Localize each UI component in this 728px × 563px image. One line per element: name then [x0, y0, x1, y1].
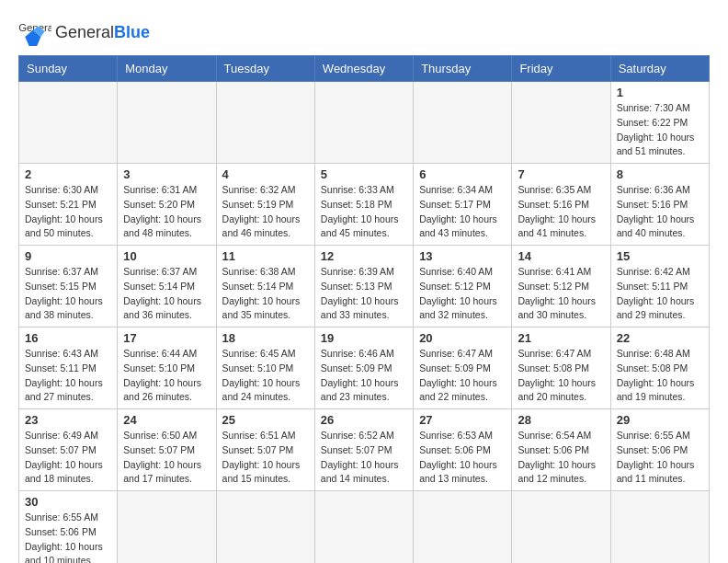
day-number: 8: [617, 167, 703, 181]
day-number: 9: [25, 249, 111, 263]
day-info: Sunrise: 6:41 AMSunset: 5:12 PMDaylight:…: [518, 265, 604, 323]
calendar-day: [414, 491, 512, 564]
day-info: Sunrise: 6:30 AMSunset: 5:21 PMDaylight:…: [25, 183, 111, 241]
day-info: Sunrise: 6:48 AMSunset: 5:08 PMDaylight:…: [617, 347, 703, 405]
calendar-day: [414, 82, 512, 164]
day-number: 1: [617, 86, 703, 99]
calendar-week-5: 23 Sunrise: 6:49 AMSunset: 5:07 PMDaylig…: [19, 409, 710, 491]
day-info: Sunrise: 6:51 AMSunset: 5:07 PMDaylight:…: [222, 429, 309, 487]
calendar-day: 8 Sunrise: 6:36 AMSunset: 5:16 PMDayligh…: [610, 164, 709, 246]
day-info: Sunrise: 6:34 AMSunset: 5:17 PMDaylight:…: [419, 183, 506, 241]
day-number: 18: [222, 331, 309, 345]
day-number: 13: [419, 249, 506, 263]
day-number: 25: [222, 413, 309, 427]
day-info: Sunrise: 6:36 AMSunset: 5:16 PMDaylight:…: [617, 183, 703, 241]
day-number: 16: [25, 331, 111, 345]
calendar-day: 14 Sunrise: 6:41 AMSunset: 5:12 PMDaylig…: [512, 246, 610, 327]
calendar-day: 16 Sunrise: 6:43 AMSunset: 5:11 PMDaylig…: [19, 327, 118, 409]
calendar-day: 27 Sunrise: 6:53 AMSunset: 5:06 PMDaylig…: [414, 409, 512, 491]
calendar-day: 7 Sunrise: 6:35 AMSunset: 5:16 PMDayligh…: [512, 164, 610, 246]
calendar-day: 30 Sunrise: 6:55 AMSunset: 5:06 PMDaylig…: [19, 491, 118, 564]
calendar-day: 25 Sunrise: 6:51 AMSunset: 5:07 PMDaylig…: [216, 409, 314, 491]
day-number: 3: [123, 167, 210, 181]
calendar-header-row: SundayMondayTuesdayWednesdayThursdayFrid…: [19, 56, 710, 82]
day-number: 22: [617, 331, 703, 345]
day-number: 23: [25, 413, 111, 427]
calendar-day: [314, 82, 413, 164]
calendar-day: [512, 82, 610, 164]
calendar-day: 28 Sunrise: 6:54 AMSunset: 5:06 PMDaylig…: [512, 409, 610, 491]
day-info: Sunrise: 7:30 AMSunset: 6:22 PMDaylight:…: [617, 101, 703, 159]
day-info: Sunrise: 6:49 AMSunset: 5:07 PMDaylight:…: [25, 429, 111, 487]
day-number: 12: [321, 249, 407, 263]
day-info: Sunrise: 6:44 AMSunset: 5:10 PMDaylight:…: [123, 347, 210, 405]
day-number: 21: [518, 331, 604, 345]
day-info: Sunrise: 6:37 AMSunset: 5:14 PMDaylight:…: [123, 265, 210, 323]
day-info: Sunrise: 6:50 AMSunset: 5:07 PMDaylight:…: [123, 429, 210, 487]
calendar-day: 2 Sunrise: 6:30 AMSunset: 5:21 PMDayligh…: [19, 164, 118, 246]
calendar-week-6: 30 Sunrise: 6:55 AMSunset: 5:06 PMDaylig…: [19, 491, 710, 564]
day-info: Sunrise: 6:39 AMSunset: 5:13 PMDaylight:…: [321, 265, 407, 323]
calendar-day: 11 Sunrise: 6:38 AMSunset: 5:14 PMDaylig…: [216, 246, 314, 327]
day-info: Sunrise: 6:47 AMSunset: 5:09 PMDaylight:…: [419, 347, 506, 405]
calendar-day: 19 Sunrise: 6:46 AMSunset: 5:09 PMDaylig…: [314, 327, 413, 409]
calendar-day: 5 Sunrise: 6:33 AMSunset: 5:18 PMDayligh…: [314, 164, 413, 246]
calendar-day: [610, 491, 709, 564]
calendar-week-1: 1 Sunrise: 7:30 AMSunset: 6:22 PMDayligh…: [19, 82, 710, 164]
generalblue-logo-icon: General: [18, 18, 51, 46]
calendar-day: 20 Sunrise: 6:47 AMSunset: 5:09 PMDaylig…: [414, 327, 512, 409]
calendar-day: 10 Sunrise: 6:37 AMSunset: 5:14 PMDaylig…: [118, 246, 216, 327]
col-header-tuesday: Tuesday: [216, 56, 314, 82]
day-info: Sunrise: 6:55 AMSunset: 5:06 PMDaylight:…: [25, 511, 111, 563]
col-header-sunday: Sunday: [19, 56, 118, 82]
calendar-day: [19, 82, 118, 164]
calendar-day: 29 Sunrise: 6:55 AMSunset: 5:06 PMDaylig…: [610, 409, 709, 491]
col-header-wednesday: Wednesday: [314, 56, 413, 82]
day-number: 19: [321, 331, 407, 345]
day-info: Sunrise: 6:52 AMSunset: 5:07 PMDaylight:…: [321, 429, 407, 487]
calendar-day: [216, 491, 314, 564]
calendar-table: SundayMondayTuesdayWednesdayThursdayFrid…: [18, 55, 710, 563]
col-header-saturday: Saturday: [610, 56, 709, 82]
calendar-day: [118, 82, 216, 164]
calendar-day: 24 Sunrise: 6:50 AMSunset: 5:07 PMDaylig…: [118, 409, 216, 491]
calendar-day: [314, 491, 413, 564]
calendar-day: 15 Sunrise: 6:42 AMSunset: 5:11 PMDaylig…: [610, 246, 709, 327]
calendar-day: 12 Sunrise: 6:39 AMSunset: 5:13 PMDaylig…: [314, 246, 413, 327]
day-number: 6: [419, 167, 506, 181]
calendar-day: [512, 491, 610, 564]
day-number: 11: [222, 249, 309, 263]
day-number: 24: [123, 413, 210, 427]
day-number: 26: [321, 413, 407, 427]
day-info: Sunrise: 6:43 AMSunset: 5:11 PMDaylight:…: [25, 347, 111, 405]
day-info: Sunrise: 6:37 AMSunset: 5:15 PMDaylight:…: [25, 265, 111, 323]
calendar-day: 18 Sunrise: 6:45 AMSunset: 5:10 PMDaylig…: [216, 327, 314, 409]
logo-blue-text: Blue: [114, 23, 150, 41]
calendar-day: 6 Sunrise: 6:34 AMSunset: 5:17 PMDayligh…: [414, 164, 512, 246]
day-number: 17: [123, 331, 210, 345]
calendar-day: 26 Sunrise: 6:52 AMSunset: 5:07 PMDaylig…: [314, 409, 413, 491]
day-info: Sunrise: 6:32 AMSunset: 5:19 PMDaylight:…: [222, 183, 309, 241]
calendar-day: [216, 82, 314, 164]
calendar-day: 21 Sunrise: 6:47 AMSunset: 5:08 PMDaylig…: [512, 327, 610, 409]
calendar-day: 22 Sunrise: 6:48 AMSunset: 5:08 PMDaylig…: [610, 327, 709, 409]
day-number: 7: [518, 167, 604, 181]
calendar-day: [118, 491, 216, 564]
day-number: 29: [617, 413, 703, 427]
day-info: Sunrise: 6:55 AMSunset: 5:06 PMDaylight:…: [617, 429, 703, 487]
day-number: 15: [617, 249, 703, 263]
logo-general-text: General: [55, 23, 114, 41]
day-number: 30: [25, 495, 111, 509]
col-header-monday: Monday: [118, 56, 216, 82]
day-info: Sunrise: 6:33 AMSunset: 5:18 PMDaylight:…: [321, 183, 407, 241]
day-number: 4: [222, 167, 309, 181]
day-number: 2: [25, 167, 111, 181]
day-info: Sunrise: 6:53 AMSunset: 5:06 PMDaylight:…: [419, 429, 506, 487]
day-info: Sunrise: 6:42 AMSunset: 5:11 PMDaylight:…: [617, 265, 703, 323]
page-header: General GeneralBlue: [18, 18, 710, 46]
calendar-week-3: 9 Sunrise: 6:37 AMSunset: 5:15 PMDayligh…: [19, 246, 710, 327]
calendar-day: 4 Sunrise: 6:32 AMSunset: 5:19 PMDayligh…: [216, 164, 314, 246]
day-info: Sunrise: 6:38 AMSunset: 5:14 PMDaylight:…: [222, 265, 309, 323]
calendar-day: 3 Sunrise: 6:31 AMSunset: 5:20 PMDayligh…: [118, 164, 216, 246]
day-number: 10: [123, 249, 210, 263]
